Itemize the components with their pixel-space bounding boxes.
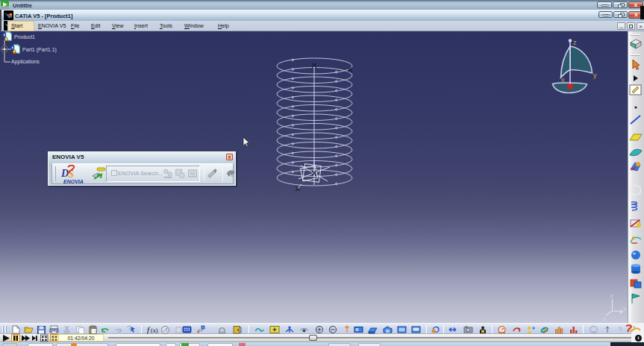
svg-text:x: x	[633, 324, 635, 329]
svg-text:y: y	[593, 72, 597, 79]
svg-text:x: x	[602, 315, 607, 322]
svg-text:z: z	[573, 39, 577, 46]
svg-text:z: z	[610, 292, 613, 299]
svg-text:(x): (x)	[151, 327, 158, 334]
svg-text:x: x	[561, 76, 565, 84]
svg-text:y: y	[622, 305, 627, 312]
svg-text:ENOVIA: ENOVIA	[63, 179, 84, 184]
